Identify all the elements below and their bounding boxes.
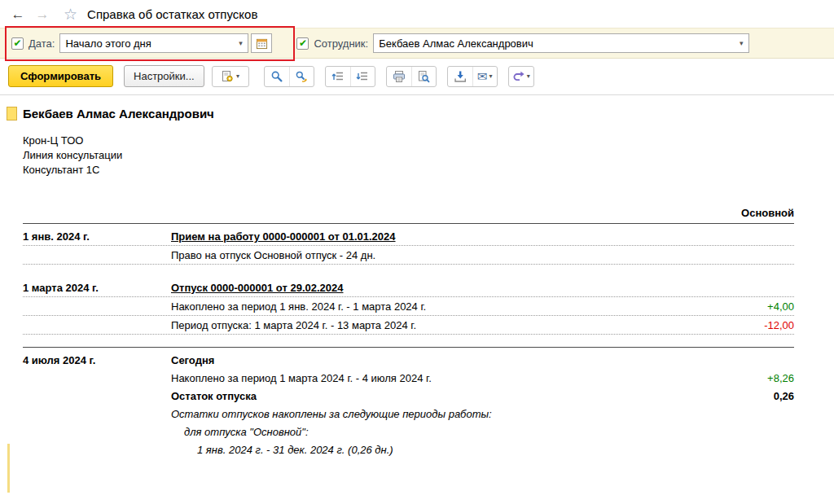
collapse-groups-icon xyxy=(331,70,345,83)
detail-value: -12,00 xyxy=(735,318,794,333)
report-section: 4 июля 2024 г. Сегодня Накоплено за пери… xyxy=(23,351,794,458)
save-download-icon xyxy=(454,70,467,83)
event-date: 4 июля 2024 г. xyxy=(23,353,171,368)
note-text: 1 янв. 2024 г. - 31 дек. 2024 г. (0,26 д… xyxy=(171,442,735,458)
check-icon: ✔ xyxy=(13,38,21,48)
print-button-group xyxy=(386,66,437,87)
filter-bar: ✔ Дата: Начало этого дня ▾ ✔ Сотрудник: … xyxy=(0,28,834,59)
table-row: Период отпуска: 1 марта 2024 г. - 13 мар… xyxy=(23,316,794,335)
employee-dropdown-button[interactable]: ▾ xyxy=(734,34,748,52)
document-link[interactable]: Отпуск 0000-000001 от 29.02.2024 xyxy=(171,282,344,294)
table-row: Остатки отпусков накоплены за следующие … xyxy=(23,405,794,423)
detail-text: Накоплено за период 1 марта 2024 г. - 4 … xyxy=(171,370,735,386)
employee-filter-checkbox[interactable]: ✔ xyxy=(296,37,309,50)
settings-button[interactable]: Настройки... xyxy=(124,65,204,87)
chevron-down-icon: ▾ xyxy=(527,72,530,80)
email-icon: ✉ xyxy=(477,70,488,82)
grouping-button-group xyxy=(325,66,375,87)
calendar-icon xyxy=(256,37,268,50)
favorites-star-icon[interactable]: ☆ xyxy=(64,5,77,24)
chevron-down-icon: ▾ xyxy=(236,72,239,80)
balances-table: Основной 1 янв. 2024 г. Прием на работу … xyxy=(23,207,794,458)
table-row: Остаток отпуска 0,26 xyxy=(23,387,794,405)
table-row: 1 марта 2024 г. Отпуск 0000-000001 от 29… xyxy=(23,278,794,297)
detail-value: +4,00 xyxy=(735,299,794,314)
check-icon: ✔ xyxy=(299,38,307,48)
table-row: Накоплено за период 1 марта 2024 г. - 4 … xyxy=(23,369,794,387)
department-line: Линия консультации xyxy=(23,148,834,163)
section-title: Сегодня xyxy=(171,354,214,366)
table-row: Накоплено за период 1 янв. 2024 г. - 1 м… xyxy=(23,297,794,316)
divider xyxy=(23,347,794,348)
find-button[interactable] xyxy=(265,67,289,86)
employee-value: Бекбаев Алмас Александрович xyxy=(374,34,734,52)
detail-text: Право на отпуск Основной отпуск - 24 дн. xyxy=(171,248,735,263)
printer-icon xyxy=(393,70,406,83)
table-row: 1 янв. 2024 г. Прием на работу 0000-0000… xyxy=(23,227,794,246)
navigation-bar: ← → ☆ Справка об остатках отпусков xyxy=(0,0,834,28)
email-button[interactable]: ✉ ▾ xyxy=(472,67,497,86)
group-marker[interactable] xyxy=(7,107,17,121)
forward-button[interactable]: → xyxy=(31,4,54,24)
position-line: Консультант 1С xyxy=(23,163,834,177)
date-value: Начало этого дня xyxy=(60,34,233,52)
detail-text: Период отпуска: 1 марта 2024 г. - 13 мар… xyxy=(171,318,735,333)
employee-combobox[interactable]: Бекбаев Алмас Александрович ▾ xyxy=(373,33,749,53)
save-button[interactable] xyxy=(448,67,472,86)
report-section: 1 марта 2024 г. Отпуск 0000-000001 от 29… xyxy=(23,278,794,335)
employee-name-heading: Бекбаев Алмас Александрович xyxy=(23,107,834,121)
report-body: Бекбаев Алмас Александрович Крон-Ц ТОО Л… xyxy=(0,95,834,458)
table-row: для отпуска "Основной": xyxy=(23,423,794,440)
report-variant-button[interactable]: ▾ xyxy=(212,66,249,87)
chevron-down-icon: ▾ xyxy=(489,72,492,80)
date-dropdown-button[interactable]: ▾ xyxy=(233,34,248,52)
report-toolbar: Сформировать Настройки... ▾ xyxy=(0,59,834,95)
event-date: 1 янв. 2024 г. xyxy=(23,229,171,244)
search-button-group xyxy=(264,66,314,87)
print-preview-icon xyxy=(417,70,430,83)
employee-filter-label: Сотрудник: xyxy=(314,37,368,50)
refresh-button[interactable]: ▾ xyxy=(509,67,533,86)
detail-text: Накоплено за период 1 янв. 2024 г. - 1 м… xyxy=(171,299,735,314)
report-variant-icon xyxy=(221,70,234,83)
note-text: для отпуска "Основной": xyxy=(171,424,735,440)
date-filter-label: Дата: xyxy=(29,37,55,50)
expand-groups-button[interactable] xyxy=(350,67,375,86)
vacation-type-header: Основной xyxy=(23,207,794,223)
refresh-button-group: ▾ xyxy=(508,66,534,87)
export-button-group: ✉ ▾ xyxy=(447,66,498,87)
report-section: 1 янв. 2024 г. Прием на работу 0000-0000… xyxy=(23,227,794,265)
date-combobox[interactable]: Начало этого дня ▾ xyxy=(59,33,248,53)
collapse-groups-button[interactable] xyxy=(326,67,350,86)
divider xyxy=(23,223,794,224)
refresh-icon xyxy=(512,70,525,83)
grouping-strip xyxy=(7,444,10,493)
expand-groups-icon xyxy=(356,70,369,83)
table-row: 1 янв. 2024 г. - 31 дек. 2024 г. (0,26 д… xyxy=(23,440,794,458)
event-date: 1 марта 2024 г. xyxy=(23,280,171,296)
print-button[interactable] xyxy=(387,67,411,86)
find-next-icon xyxy=(295,70,308,83)
document-link[interactable]: Прием на работу 0000-000001 от 01.01.202… xyxy=(171,230,396,243)
table-row: Право на отпуск Основной отпуск - 24 дн. xyxy=(23,246,794,265)
page-title: Справка об остатках отпусков xyxy=(87,7,257,21)
find-icon xyxy=(270,70,283,83)
print-preview-button[interactable] xyxy=(411,67,436,86)
organization-line: Крон-Ц ТОО xyxy=(23,134,834,148)
balance-label: Остаток отпуска xyxy=(171,388,735,404)
back-button[interactable]: ← xyxy=(7,4,29,24)
table-row: 4 июля 2024 г. Сегодня xyxy=(23,351,794,369)
balance-value: 0,26 xyxy=(735,388,794,404)
date-calendar-button[interactable] xyxy=(251,33,272,53)
detail-value: +8,26 xyxy=(735,370,794,386)
note-text: Остатки отпусков накоплены за следующие … xyxy=(171,406,735,422)
generate-button[interactable]: Сформировать xyxy=(8,65,113,87)
date-filter-checkbox[interactable]: ✔ xyxy=(11,37,24,50)
find-next-button[interactable] xyxy=(289,67,314,86)
